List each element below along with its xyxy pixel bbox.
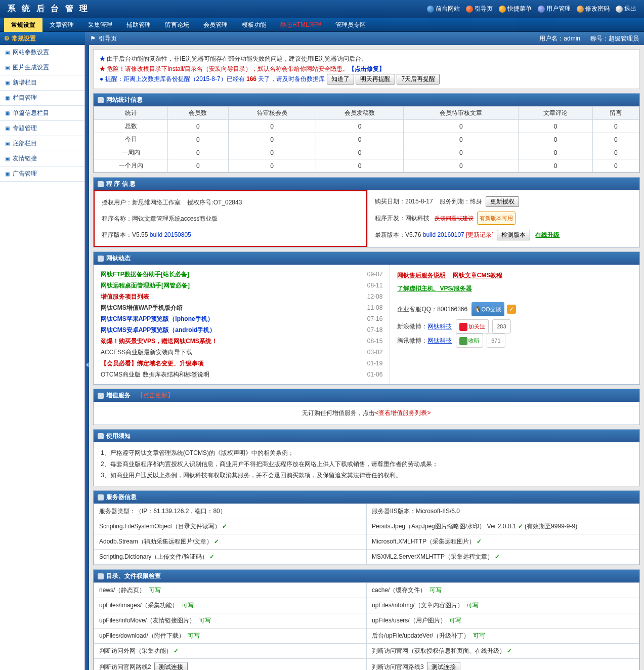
news-item: 网钛CMS苹果APP预览版（iphone手机）07-16 <box>101 313 382 324</box>
btn-check-version[interactable]: 检测版本 <box>497 230 530 240</box>
news-date: 01-06 <box>352 369 382 380</box>
link-vps-info[interactable]: 了解虚拟主机、VPS/服务器 <box>397 285 471 292</box>
news-link[interactable]: 增值服务项目列表 <box>101 291 149 302</box>
btn-update-auth[interactable]: 更新授权 <box>486 196 519 207</box>
nav-item-5[interactable]: 会员管理 <box>196 18 235 32</box>
sina-follow-button[interactable]: 加关注 <box>456 319 489 333</box>
news-date: 03-02 <box>352 347 382 358</box>
link-front-site[interactable]: 前台网站 <box>427 5 460 13</box>
link-quick-menu[interactable]: 快捷菜单 <box>499 5 532 13</box>
panel-icon <box>98 433 104 439</box>
link-exit[interactable]: 退出 <box>616 5 636 13</box>
nav-item-8[interactable]: 管理员专区 <box>328 18 373 32</box>
exit-icon <box>616 6 623 13</box>
sidebar-item-3[interactable]: ▣栏目管理 <box>0 91 84 106</box>
news-link[interactable]: 网钛远程桌面管理助手[网管必备] <box>101 280 190 291</box>
top-header: 系 统 后 台 管 理 前台网站 引导页 快捷菜单 用户管理 修改密码 退出 <box>0 0 644 18</box>
sidebar-item-1[interactable]: ▣图片生成设置 <box>0 60 84 75</box>
stat-cell: 0 <box>316 120 403 133</box>
qq-check-icon: ✓ <box>507 305 516 314</box>
program-right: 购买日期：2015-8-17 服务到期：终身 更新授权 程序开发：网钛科技 反馈… <box>367 190 639 247</box>
link-feedback[interactable]: 反馈问题或建议 <box>435 215 474 221</box>
usage-list: 1、严格遵守网钛文章管理系统(OTCMS)的《版权声明》中的相关条例；2、每套商… <box>94 442 639 486</box>
stat-row-label: 一周内 <box>94 146 168 159</box>
nav-item-2[interactable]: 采集管理 <box>81 18 119 32</box>
nav-item-3[interactable]: 辅助管理 <box>119 18 158 32</box>
panel-icon <box>98 256 104 262</box>
panel-server: 服务器信息 服务器类型：（IP：61.139.126.2，端口：80）服务器II… <box>93 490 640 565</box>
news-link[interactable]: 网钛CMS增值WAP手机版介绍 <box>101 302 183 313</box>
link-online-upgrade[interactable]: 在线升级 <box>535 231 560 238</box>
sidebar-item-6[interactable]: ▣底部栏目 <box>0 136 84 151</box>
subbar-left: ⚙ 常规设置 <box>0 32 85 45</box>
news-link[interactable]: OTCMS商业版 数据库表结构和标签说明 <box>101 369 209 380</box>
stat-row-label: 一个月内 <box>94 159 168 173</box>
server-cell: Microsoft.XMLHTTP（采集远程图片） ✓ <box>367 534 639 550</box>
link-sina-weibo[interactable]: 网钛科技 <box>427 323 452 330</box>
sidebar-item-5[interactable]: ▣专题管理 <box>0 121 84 136</box>
news-link[interactable]: 【会员必看】绑定域名变更、升级事项 <box>101 358 204 369</box>
sidebar-item-7[interactable]: ▣友情链接 <box>0 151 84 166</box>
news-link[interactable]: 网钛CMS苹果APP预览版（iphone手机） <box>101 313 213 324</box>
panel-program-info: 程 序 信 息 授权用户：新思维网络工作室 授权序号:OT_02843 程序名称… <box>93 177 640 247</box>
news-link[interactable]: 网钛FTP数据备份助手[站长必备] <box>101 269 189 280</box>
server-cell: Scripting.Dictionary（上传文件/验证码） ✓ <box>94 550 367 565</box>
stat-cell: 0 <box>519 146 592 159</box>
sidebar-item-4[interactable]: ▣单篇信息栏目 <box>0 106 84 121</box>
btn-know[interactable]: 知道了 <box>327 74 354 85</box>
qq-chat-button[interactable]: 🐧QQ交谈 <box>471 302 504 316</box>
nav-item-0[interactable]: 常规设置 <box>4 18 42 32</box>
sidebar-item-2[interactable]: ▣新增栏目 <box>0 75 84 91</box>
link-user-mgmt[interactable]: 用户管理 <box>538 5 571 13</box>
link-guide[interactable]: 引导页 <box>466 5 493 13</box>
arrow-icon: ▣ <box>5 65 10 70</box>
stat-cell: 0 <box>316 133 403 146</box>
nav-item-7[interactable]: 静态HTML管理 <box>273 18 328 32</box>
sina-icon <box>459 323 467 331</box>
breadcrumb-guide[interactable]: 引导页 <box>99 34 117 43</box>
news-date: 11-08 <box>352 302 382 313</box>
news-date: 08-15 <box>352 336 382 347</box>
news-item: 网钛CMS增值WAP手机版介绍11-08 <box>101 302 382 313</box>
stat-header: 会员待审核文章 <box>404 107 519 120</box>
link-after-sale[interactable]: 网钛售后服务说明 <box>397 272 446 279</box>
perm-cell: 判断访问官网（获取授权信息和页面、在线升级） ✓ <box>367 644 639 659</box>
stat-cell: 0 <box>228 146 316 159</box>
news-link[interactable]: 劲爆！购买景安VPS，赠送网钛CMS系统！ <box>101 336 218 347</box>
nav-item-4[interactable]: 留言论坛 <box>158 18 196 32</box>
sidebar-label: 友情链接 <box>13 154 37 163</box>
lock-icon <box>577 6 584 13</box>
perm-cell: upFiles/infoImg/（文章内容图片） 可写 <box>367 598 639 613</box>
btn-test-conn[interactable]: 测试连接 <box>154 662 188 670</box>
btn-tomorrow[interactable]: 明天再提醒 <box>356 74 395 85</box>
sidebar-item-8[interactable]: ▣广告管理 <box>0 166 84 182</box>
news-link[interactable]: ACCESS商业版最新安装向导下载 <box>101 347 192 358</box>
nav-item-6[interactable]: 模板功能 <box>235 18 273 32</box>
link-addon-list[interactable]: <查看增值服务列表> <box>375 409 431 416</box>
news-link[interactable]: 网钛CMS安卓APP预览版（android手机） <box>101 324 216 336</box>
btn-7days[interactable]: 7天后再提醒 <box>397 74 440 85</box>
nav-item-1[interactable]: 文章管理 <box>42 18 81 32</box>
news-item: OTCMS商业版 数据库表结构和标签说明01-06 <box>101 369 382 380</box>
sidebar-collapse-handle[interactable] <box>85 45 89 670</box>
sidebar-label: 图片生成设置 <box>13 63 49 72</box>
link-addon-refresh[interactable]: 【点击更新】 <box>137 391 174 400</box>
stat-cell: 0 <box>168 159 228 173</box>
news-item: 增值服务项目列表12-08 <box>101 291 382 302</box>
link-cms-tutorial[interactable]: 网钛文章CMS教程 <box>453 272 503 279</box>
panel-icon <box>98 393 104 399</box>
btn-test-conn[interactable]: 测试连接 <box>427 662 460 670</box>
sidebar-item-0[interactable]: ▣网站参数设置 <box>0 45 84 60</box>
stat-cell: 0 <box>592 146 639 159</box>
link-change-pwd[interactable]: 修改密码 <box>577 5 610 13</box>
gear-icon: ⚙ <box>4 35 10 42</box>
arrow-icon: ▣ <box>5 80 10 86</box>
tx-follow-button[interactable]: 收听 <box>456 333 483 348</box>
arrow-icon: ▣ <box>5 171 10 177</box>
stat-cell: 0 <box>168 146 228 159</box>
link-fix[interactable]: 【点击修复】 <box>349 65 385 72</box>
link-tx-weibo[interactable]: 网钛科技 <box>427 337 452 344</box>
link-update-log[interactable]: [更新记录] <box>466 231 494 238</box>
alert-box: ★ 由于后台功能的复杂性，非IE浏览器可能存在部分功能失效的问题，建议使用IE浏… <box>93 49 640 89</box>
perm-ok: 可写 <box>466 602 479 609</box>
